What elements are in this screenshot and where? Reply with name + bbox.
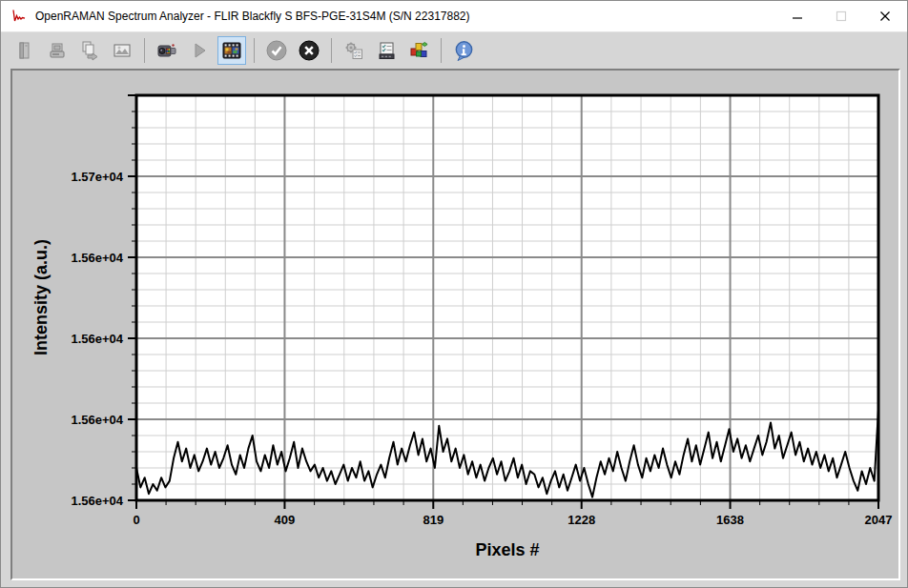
about-info-icon: [453, 40, 475, 62]
y-tick-label: 1.56e+04: [71, 332, 123, 346]
y-tick-label: 1.56e+04: [71, 413, 123, 427]
app-window: OpenRAMAN Spectrum Analyzer - FLIR Black…: [0, 0, 908, 588]
x-tick-label: 0: [133, 513, 139, 527]
y-axis-title: Intensity (a.u.): [31, 239, 51, 355]
y-tick-label: 1.57e+04: [71, 170, 123, 184]
minimize-icon: [792, 10, 803, 22]
open-file-button[interactable]: [10, 36, 39, 65]
x-tick-label: 1638: [716, 513, 744, 527]
export-image-icon: [112, 40, 133, 61]
cancel-icon: [298, 39, 320, 62]
window-controls: [775, 1, 907, 31]
spectrum-chart: Intensity (a.u.) Pixels # 04098191228163…: [12, 71, 901, 580]
cancel-button[interactable]: [295, 36, 323, 65]
close-button[interactable]: [863, 1, 907, 31]
toolbar-separator: [144, 38, 145, 63]
window-title: OpenRAMAN Spectrum Analyzer - FLIR Black…: [35, 10, 470, 23]
play-icon: [189, 40, 210, 61]
accept-button[interactable]: [262, 36, 291, 65]
title-bar[interactable]: OpenRAMAN Spectrum Analyzer - FLIR Black…: [1, 1, 907, 32]
open-file-icon: [14, 40, 35, 61]
copy-icon: [79, 40, 100, 61]
y-tick-label: 1.56e+04: [71, 251, 123, 265]
x-axis-title: Pixels #: [475, 540, 539, 559]
camera-settings-button[interactable]: [372, 36, 401, 65]
play-button[interactable]: [185, 36, 214, 65]
toolbar: [1, 32, 907, 69]
minimize-button[interactable]: [775, 1, 819, 31]
close-icon: [879, 10, 891, 22]
chart-panel: Intensity (a.u.) Pixels # 04098191228163…: [10, 69, 900, 580]
x-tick-label: 819: [423, 513, 444, 527]
toolbar-separator: [331, 38, 332, 63]
accept-icon: [265, 39, 288, 62]
camera-settings-icon: [376, 40, 397, 61]
live-view-button[interactable]: [217, 36, 246, 65]
maximize-icon: [836, 10, 847, 22]
acquisition-settings-icon: [343, 40, 364, 61]
copy-button[interactable]: [75, 36, 104, 65]
acquisition-settings-button[interactable]: [340, 36, 368, 65]
toolbar-separator: [254, 38, 255, 63]
y-tick-label: 1.56e+04: [71, 494, 123, 508]
statistics-button[interactable]: [404, 36, 433, 65]
export-image-button[interactable]: [108, 36, 136, 65]
toolbar-separator: [441, 38, 442, 63]
about-button[interactable]: [449, 36, 478, 65]
statistics-icon: [408, 40, 429, 61]
camera-button[interactable]: [153, 36, 181, 65]
app-spectrum-icon: [10, 9, 28, 24]
maximize-button[interactable]: [819, 1, 863, 31]
save-file-button[interactable]: [43, 36, 72, 65]
x-tick-label: 1228: [568, 513, 595, 527]
x-tick-label: 409: [275, 513, 296, 527]
camera-icon: [156, 40, 177, 61]
save-file-icon: [47, 40, 68, 61]
live-view-filmstrip-icon: [221, 40, 242, 61]
x-tick-label: 2047: [865, 513, 893, 527]
